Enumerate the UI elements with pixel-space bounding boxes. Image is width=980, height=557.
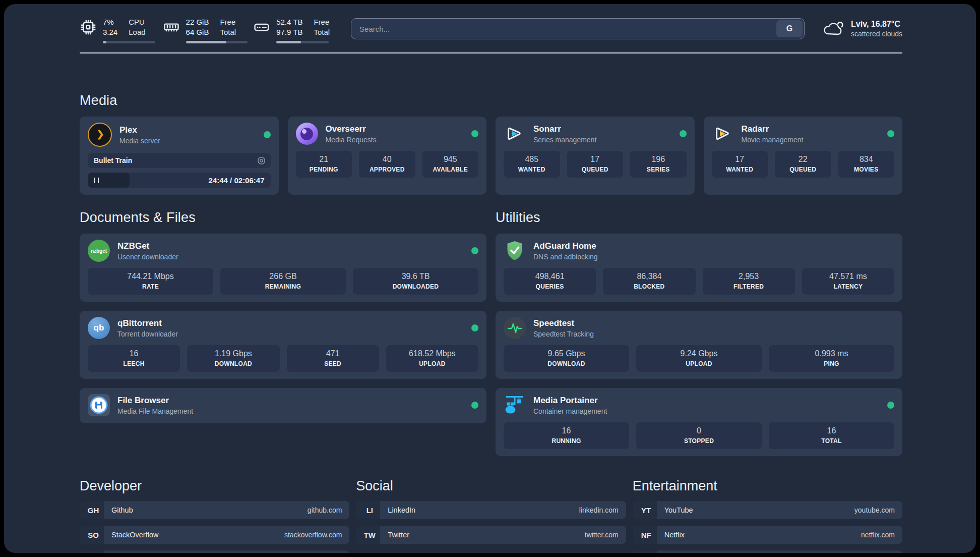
disk-free-label: Free xyxy=(314,17,330,27)
app-card-radarr[interactable]: Radarr Movie management 17WANTED 22QUEUE… xyxy=(704,117,903,195)
stat-tile: 196SERIES xyxy=(630,151,687,178)
mem-free-label: Free xyxy=(220,17,236,27)
stat-tile: 618.52 MbpsUPLOAD xyxy=(386,345,478,372)
app-description: Container management xyxy=(533,407,607,415)
bookmark-url: youtube.com xyxy=(854,506,895,514)
app-card-qbittorrent[interactable]: qb qBittorrent Torrent downloader 16LEEC… xyxy=(80,311,486,379)
stat-tile: 471SEED xyxy=(287,345,379,372)
stat-tile: 2,953FILTERED xyxy=(703,268,795,295)
bookmark-abbr: YT xyxy=(633,501,660,519)
search-bar: G xyxy=(351,18,805,39)
status-dot xyxy=(471,402,478,409)
radarr-logo-icon xyxy=(712,123,734,145)
app-card-portainer[interactable]: Media Portainer Container management 16R… xyxy=(496,388,902,456)
stat-tile: 40APPROVED xyxy=(359,151,415,178)
status-dot xyxy=(887,402,894,409)
bookmark-github[interactable]: GH Githubgithub.com xyxy=(80,501,349,519)
stat-tile: 86,384BLOCKED xyxy=(603,268,695,295)
app-card-plex[interactable]: Plex Media server Bullet Train 24:44 / 0… xyxy=(80,117,279,195)
app-name: AdGuard Home xyxy=(533,241,598,251)
adguard-logo-icon xyxy=(504,240,526,262)
section-title-documents: Documents & Files xyxy=(80,210,486,226)
stat-tile: 0.993 msPING xyxy=(769,345,894,372)
bookmark-reddit[interactable]: RE Redditreddit.com xyxy=(633,550,902,553)
status-dot xyxy=(471,324,478,331)
app-name: qBittorrent xyxy=(117,318,178,328)
app-card-overseerr[interactable]: Overseerr Media Requests 21PENDING 40APP… xyxy=(288,117,487,195)
stat-tile: 9.24 GbpsUPLOAD xyxy=(636,345,762,372)
cpu-value: 7% xyxy=(103,17,117,27)
bookmark-abbr: GH xyxy=(80,501,107,519)
now-playing-row: Bullet Train xyxy=(88,153,271,168)
bookmark-column-developer: Developer GH Githubgithub.com SO StackOv… xyxy=(80,478,349,553)
bookmark-abbr: RE xyxy=(633,550,660,553)
app-name: Overseerr xyxy=(326,124,377,134)
now-playing-time: 24:44 / 02:06:47 xyxy=(209,176,265,185)
bookmark-linkedin[interactable]: LI LinkedInlinkedin.com xyxy=(356,501,626,519)
mem-free-value: 22 GiB xyxy=(186,17,209,27)
app-name: NZBGet xyxy=(117,241,178,251)
search-provider-button[interactable]: G xyxy=(776,20,803,37)
stat-tile: 744.21 MbpsRATE xyxy=(88,268,213,295)
movie-icon xyxy=(257,156,266,165)
app-card-nzbget[interactable]: nzbget NZBGet Usenet downloader 744.21 M… xyxy=(80,234,486,302)
bookmark-name: LinkedIn xyxy=(388,506,415,514)
cpu-progress-bar xyxy=(103,41,155,43)
app-description: Media server xyxy=(119,137,160,145)
stat-tile: 17WANTED xyxy=(712,151,768,178)
stat-tile: 485WANTED xyxy=(504,151,560,178)
app-name: File Browser xyxy=(117,396,193,406)
now-playing-progress-fill xyxy=(88,173,130,188)
weather-condition: scattered clouds xyxy=(851,30,902,38)
bookmark-youtube[interactable]: YT YouTubeyoutube.com xyxy=(633,501,902,519)
bookmark-url: twitter.com xyxy=(585,531,619,539)
app-card-adguard[interactable]: AdGuard Home DNS and adblocking 498,461Q… xyxy=(496,234,902,302)
app-description: Torrent downloader xyxy=(117,330,178,338)
filebrowser-logo-icon xyxy=(88,394,110,416)
cpu-load-value: 3.24 xyxy=(103,27,117,37)
bookmark-url: github.com xyxy=(308,506,342,514)
stat-tile: 945AVAILABLE xyxy=(422,151,479,178)
bookmark-abbr: NF xyxy=(633,526,660,544)
disk-total-label: Total xyxy=(314,27,330,37)
disk-free-value: 52.4 TB xyxy=(276,17,302,27)
app-name: Media Portainer xyxy=(533,396,607,406)
bookmark-abbr: SO xyxy=(80,526,107,544)
speedtest-logo-icon xyxy=(504,317,526,339)
memory-progress-bar xyxy=(186,41,248,43)
app-description: DNS and adblocking xyxy=(533,253,598,261)
bookmark-url: stackoverflow.com xyxy=(284,531,342,539)
stat-tile: 16RUNNING xyxy=(504,422,629,449)
header-divider xyxy=(80,52,902,53)
top-bar: 7%3.24 CPULoad 22 GiB64 GiB FreeTotal xyxy=(80,17,902,43)
app-card-speedtest[interactable]: Speedtest Speedtest Tracking 9.65 GbpsDO… xyxy=(496,311,902,379)
stat-tile: 16TOTAL xyxy=(769,422,894,449)
app-card-filebrowser[interactable]: File Browser Media File Management xyxy=(80,388,486,423)
disk-total-value: 97.9 TB xyxy=(276,27,302,37)
nzbget-logo-icon: nzbget xyxy=(88,240,110,262)
bookmark-netflix[interactable]: NF Netflixnetflix.com xyxy=(633,526,902,544)
section-title-entertainment: Entertainment xyxy=(633,478,902,494)
overseerr-logo-icon xyxy=(296,123,318,145)
bookmark-twitter[interactable]: TW Twittertwitter.com xyxy=(356,526,626,544)
documents-column: nzbget NZBGet Usenet downloader 744.21 M… xyxy=(80,234,486,423)
stat-tile: 47.571 msLATENCY xyxy=(802,268,894,295)
memory-stat: 22 GiB64 GiB FreeTotal xyxy=(163,17,236,44)
bookmark-name: StackOverflow xyxy=(111,531,158,539)
section-title-media: Media xyxy=(80,93,902,108)
bookmark-dev[interactable]: DT DEVdev.to xyxy=(80,550,349,553)
bookmark-name: YouTube xyxy=(664,506,693,514)
status-dot xyxy=(680,130,687,137)
cpu-icon xyxy=(80,19,97,36)
search-input[interactable] xyxy=(351,18,805,39)
section-title-social: Social xyxy=(356,478,626,494)
stat-tile: 17QUEUED xyxy=(567,151,624,178)
bookmark-stackoverflow[interactable]: SO StackOverflowstackoverflow.com xyxy=(80,526,349,544)
stat-tile: 22QUEUED xyxy=(775,151,831,178)
cpu-label: CPU xyxy=(129,17,145,27)
disk-stat: 52.4 TB97.9 TB FreeTotal xyxy=(253,17,330,44)
cloud-icon xyxy=(822,18,844,40)
app-card-sonarr[interactable]: Sonarr Series management 485WANTED 17QUE… xyxy=(496,117,695,195)
app-name: Speedtest xyxy=(533,318,594,328)
memory-progress-fill xyxy=(186,41,227,43)
